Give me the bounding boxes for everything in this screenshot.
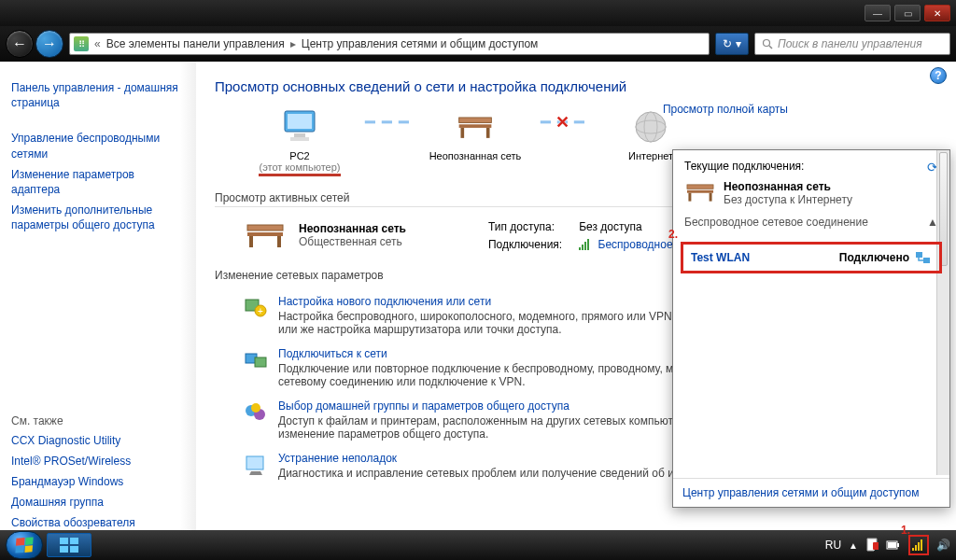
task-link[interactable]: Выбор домашней группы и параметров общег… (278, 399, 569, 413)
sidebar-related-link[interactable]: CCX Diagnostic Utility (11, 433, 185, 448)
refresh-button[interactable]: ↻ ▾ (715, 33, 749, 55)
flyout-selected-network[interactable]: 2. Test WLAN Подключено (681, 242, 942, 273)
detail-key: Подключения: (481, 236, 569, 252)
svg-rect-4 (294, 133, 305, 137)
action-center-icon[interactable] (865, 538, 879, 553)
monitor-icon (280, 107, 319, 147)
breadcrumb-item[interactable]: Все элементы панели управления (106, 37, 285, 50)
volume-icon[interactable]: 🔊 (936, 539, 950, 552)
task-link[interactable]: Настройка нового подключения или сети (278, 295, 491, 308)
svg-rect-21 (255, 357, 266, 367)
svg-rect-7 (459, 124, 492, 128)
svg-rect-26 (687, 185, 713, 189)
svg-point-0 (764, 40, 770, 47)
svg-rect-25 (246, 456, 263, 469)
svg-point-10 (636, 112, 666, 142)
svg-point-24 (251, 403, 260, 413)
close-button[interactable]: ✕ (924, 5, 950, 21)
svg-rect-3 (288, 114, 312, 129)
section-label: Изменение сетевых параметров (215, 269, 384, 282)
search-placeholder: Поиск в панели управления (778, 37, 922, 50)
sidebar-related-link[interactable]: Брандмауэр Windows (11, 474, 185, 489)
signal-icon (579, 239, 592, 250)
tray-overflow-icon[interactable]: ▲ (849, 540, 858, 551)
network-type[interactable]: Общественная сеть (299, 235, 406, 248)
sidebar: Панель управления - домашняя страница Уп… (0, 62, 196, 530)
sidebar-related-link[interactable]: Свойства обозревателя (11, 515, 185, 530)
node-label: Интернет (628, 150, 673, 161)
svg-rect-36 (873, 542, 879, 550)
node-this-pc: PC2 (этот компьютер) (248, 107, 351, 176)
bench-icon (243, 217, 288, 254)
sidebar-related-header: См. также (11, 414, 185, 427)
power-icon[interactable] (886, 539, 901, 551)
task-link[interactable]: Подключиться к сети (278, 347, 387, 360)
full-map-link[interactable]: Просмотр полной карты (663, 103, 788, 116)
section-label: Просмотр активных сетей (215, 191, 349, 204)
network-name: Неопознанная сеть (299, 222, 406, 235)
taskbar-app[interactable] (47, 533, 91, 557)
svg-rect-39 (888, 542, 896, 548)
svg-rect-6 (459, 118, 492, 122)
svg-rect-32 (60, 538, 68, 544)
ssid-label: Test WLAN (691, 251, 750, 264)
flyout-net-name: Неопознанная сеть (724, 180, 852, 193)
breadcrumb[interactable]: ⠿ « Все элементы панели управления ▸ Цен… (69, 33, 710, 55)
windows-logo-icon (15, 537, 33, 553)
sidebar-related-link[interactable]: Intel® PROSet/Wireless (11, 454, 185, 469)
window-chrome: — ▭ ✕ (0, 0, 956, 26)
svg-rect-15 (249, 236, 253, 247)
app-icon (59, 537, 79, 553)
homegroup-icon (243, 399, 269, 426)
back-button[interactable]: ← (6, 30, 34, 58)
svg-rect-38 (897, 543, 899, 547)
forward-button[interactable]: → (35, 30, 63, 58)
troubleshoot-icon (243, 452, 269, 478)
svg-text:+: + (258, 306, 263, 316)
annotation-label: 2. (668, 228, 678, 241)
network-mini-icon (915, 250, 932, 265)
link-line-icon: ━ ━ ━ (364, 107, 411, 137)
sidebar-link[interactable]: Изменить дополнительные параметры общего… (11, 203, 185, 232)
search-icon (761, 37, 774, 50)
wizard-icon: + (243, 295, 269, 321)
sidebar-related-link[interactable]: Домашняя группа (11, 495, 185, 510)
annotated-tray-item: 1. (908, 535, 929, 555)
search-input[interactable]: Поиск в панели управления (754, 33, 950, 55)
bench-icon (684, 180, 716, 206)
scrollbar[interactable] (936, 150, 949, 475)
sidebar-home[interactable]: Панель управления - домашняя страница (11, 80, 185, 110)
svg-rect-35 (70, 546, 78, 553)
sidebar-link[interactable]: Изменение параметров адаптера (11, 167, 185, 197)
minimize-button[interactable]: — (865, 5, 891, 21)
svg-rect-9 (486, 128, 490, 138)
nav-bar: ← → ⠿ « Все элементы панели управления ▸… (0, 26, 956, 62)
network-flyout: Текущие подключения: ⟳ Неопознанная сеть… (672, 149, 950, 508)
wifi-signal-icon[interactable] (912, 539, 925, 551)
start-button[interactable] (6, 531, 43, 559)
breadcrumb-sep-icon: ▸ (290, 37, 296, 50)
breadcrumb-chev-icon: « (94, 37, 101, 50)
breadcrumb-item[interactable]: Центр управления сетями и общим доступом (302, 37, 539, 50)
help-icon[interactable]: ? (930, 67, 947, 84)
language-indicator[interactable]: RU (825, 539, 841, 552)
svg-rect-33 (70, 538, 78, 544)
svg-rect-27 (687, 190, 713, 193)
maximize-button[interactable]: ▭ (894, 5, 921, 21)
annotation-label: 1. (901, 524, 910, 537)
sidebar-link[interactable]: Управление беспроводными сетями (11, 131, 185, 161)
svg-rect-28 (688, 193, 691, 202)
svg-rect-30 (916, 252, 922, 258)
svg-rect-14 (247, 232, 283, 236)
link-broken-icon: ━ ━ ━✕ (540, 107, 586, 137)
open-network-center-link[interactable]: Центр управления сетями и общим доступом (682, 486, 920, 499)
connection-state: Подключено (839, 251, 909, 264)
task-desc: Диагностика и исправление сетевых пробле… (278, 467, 738, 480)
page-title: Просмотр основных сведений о сети и наст… (215, 78, 937, 94)
task-link[interactable]: Устранение неполадок (278, 452, 397, 465)
svg-rect-13 (247, 225, 283, 231)
svg-rect-8 (460, 128, 464, 138)
detail-key: Тип доступа: (481, 218, 569, 234)
node-label: Неопознанная сеть (429, 150, 522, 161)
svg-rect-5 (290, 137, 309, 141)
